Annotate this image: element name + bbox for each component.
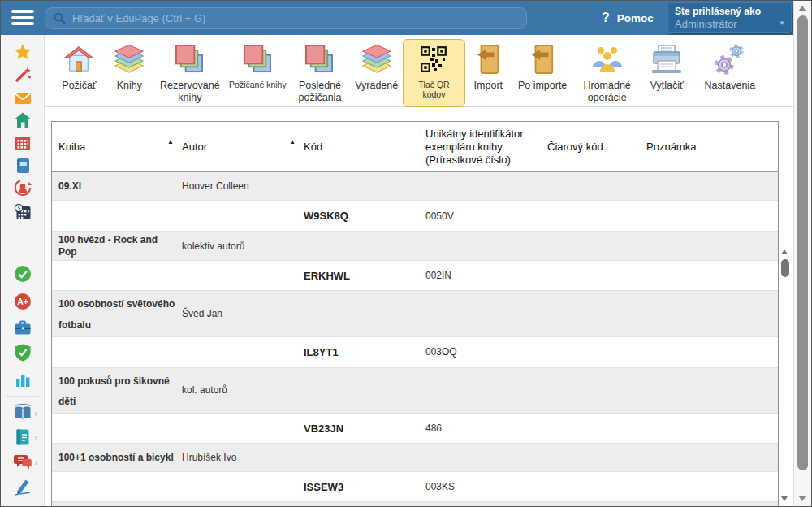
library-book-icon[interactable]: [14, 404, 32, 422]
stacked-squares-icon: [305, 41, 334, 77]
layers-icon: [361, 41, 392, 77]
speech-bubbles-icon[interactable]: [14, 453, 32, 470]
table-header: Kniha Autor Kód Unikátny identifikátor e…: [52, 122, 778, 172]
page-scrollbar[interactable]: [793, 1, 811, 506]
table-row[interactable]: 100 pokusů pro šikovné děti kol. autorů: [52, 368, 778, 414]
person-refresh-icon[interactable]: [14, 179, 32, 197]
toolbar-item-vyradene[interactable]: Vyradené: [350, 41, 403, 92]
column-header-poznamka[interactable]: Poznámka: [640, 122, 778, 171]
sort-ascending-icon[interactable]: ▲: [167, 138, 174, 145]
grade-a-plus-icon[interactable]: A+: [14, 292, 32, 310]
help-label: Pomoc: [617, 12, 654, 24]
table-row[interactable]: IL8YT1 003OQ: [52, 337, 778, 368]
partial-row: [52, 502, 778, 507]
house-icon: [63, 41, 94, 77]
toolbar-item-knihy[interactable]: Knihy: [105, 41, 154, 92]
import-door-icon: [529, 41, 555, 77]
shield-check-icon[interactable]: [14, 344, 32, 362]
house-icon[interactable]: [14, 111, 32, 129]
search-icon: [54, 12, 66, 24]
chevron-right-icon: ›: [34, 456, 37, 468]
table-row[interactable]: ISSEW3 003KS: [52, 472, 778, 502]
global-search[interactable]: [45, 7, 527, 29]
calendar-clock-icon[interactable]: [14, 203, 32, 221]
toolbar-item-rezervovane-knihy[interactable]: Rezervované knihy: [154, 41, 226, 104]
help-button[interactable]: ? Pomoc: [602, 1, 654, 35]
magic-wand-icon[interactable]: [14, 66, 32, 84]
column-header-identifikator[interactable]: Unikátny identifikátor exempláru knihy (…: [419, 122, 541, 171]
svg-text:A+: A+: [17, 297, 28, 306]
logged-in-as-label: Ste prihlásený ako: [675, 6, 784, 17]
top-bar: ? Pomoc Ste prihlásený ako Administrátor…: [1, 1, 793, 35]
edupage-library-window: ? Pomoc Ste prihlásený ako Administrátor…: [0, 0, 812, 507]
table-row[interactable]: W9SK8Q 0050V: [52, 201, 778, 232]
toolbar-item-tlac-qr-kodov[interactable]: Tlač QR kódov: [403, 39, 465, 107]
chevron-down-icon: ▼: [779, 20, 785, 27]
column-header-autor[interactable]: Autor: [175, 122, 297, 171]
bar-chart-icon[interactable]: [14, 370, 32, 388]
chevron-right-icon: ›: [34, 431, 37, 444]
user-role: Administrátor: [675, 18, 784, 30]
stacked-squares-icon: [244, 41, 272, 77]
stacked-squares-icon: [175, 41, 204, 77]
qr-code-icon: [421, 41, 447, 77]
sort-ascending-icon[interactable]: ▲: [289, 138, 296, 145]
table-row[interactable]: ERKHWL 002IN: [52, 261, 778, 291]
hamburger-menu-icon[interactable]: [11, 10, 34, 26]
printer-icon: [651, 41, 682, 77]
toolbar-item-import[interactable]: Import: [465, 41, 512, 92]
table-scrollbar[interactable]: [779, 247, 792, 506]
toolbar-item-posledne-pozicania[interactable]: Posledné požičania: [290, 41, 351, 104]
table-scrollbar-thumb[interactable]: [781, 259, 789, 277]
gears-icon: [714, 41, 746, 77]
document-icon[interactable]: [14, 428, 32, 446]
logged-in-user-dropdown[interactable]: Ste prihlásený ako Administrátor ▼: [667, 2, 792, 33]
search-input[interactable]: [72, 12, 495, 24]
toolbar-item-hromadne-operacie[interactable]: Hromadné operácie: [573, 41, 640, 104]
table-row[interactable]: 100 osobností světového fotbalu Švéd Jan: [52, 291, 778, 337]
import-door-icon: [475, 41, 501, 77]
main-content: Požičať Knihy Rezervované knihy Požičané…: [45, 35, 793, 506]
calendar-grid-icon[interactable]: [14, 134, 32, 152]
table-row[interactable]: 100 hvězd - Rock and Pop kolektiv autorů: [52, 232, 778, 261]
pen-icon[interactable]: [14, 478, 32, 496]
column-header-ciarovy-kod[interactable]: Čiarový kód: [541, 122, 640, 171]
sidebar-divider: [6, 245, 39, 245]
star-icon[interactable]: [14, 43, 32, 61]
check-circle-icon[interactable]: [14, 265, 32, 283]
layers-icon: [114, 41, 145, 77]
work-area: Kniha Autor Kód Unikátny identifikátor e…: [45, 109, 793, 506]
scroll-down-arrow-icon[interactable]: [781, 496, 788, 501]
toolbar-item-vytlacit[interactable]: Vytlačiť: [641, 41, 693, 92]
library-toolbar: Požičať Knihy Rezervované knihy Požičané…: [45, 35, 793, 107]
scroll-down-arrow-icon[interactable]: [798, 496, 806, 501]
briefcase-icon[interactable]: [14, 318, 32, 336]
table-row[interactable]: VB23JN 486: [52, 414, 778, 444]
people-group-icon: [591, 41, 624, 77]
toolbar-item-pozicane-knihy[interactable]: Požičané knihy: [226, 41, 290, 89]
column-header-kod[interactable]: Kód: [297, 122, 419, 171]
sidebar-divider: [6, 396, 39, 396]
chevron-right-icon: ›: [34, 407, 37, 419]
column-header-kniha[interactable]: Kniha: [52, 122, 175, 171]
sidebar: A+ › › ›: [1, 35, 45, 506]
scroll-up-arrow-icon[interactable]: [798, 6, 806, 11]
table-row[interactable]: 100+1 osobností a bicykl Hrubíšek Ivo: [52, 444, 778, 472]
page-scrollbar-thumb[interactable]: [797, 15, 808, 470]
books-table: Kniha Autor Kód Unikátny identifikátor e…: [51, 121, 779, 507]
question-mark-icon: ?: [602, 11, 610, 25]
scroll-up-arrow-icon[interactable]: [781, 249, 788, 254]
envelope-icon[interactable]: [14, 89, 32, 107]
toolbar-item-po-importe[interactable]: Po importe: [512, 41, 574, 92]
notebook-icon[interactable]: [14, 157, 32, 175]
table-row[interactable]: 09.XI Hoover Colleen: [52, 172, 778, 201]
toolbar-item-nastavenia[interactable]: Nastavenia: [693, 41, 767, 92]
toolbar-item-pozicat[interactable]: Požičať: [54, 41, 105, 92]
